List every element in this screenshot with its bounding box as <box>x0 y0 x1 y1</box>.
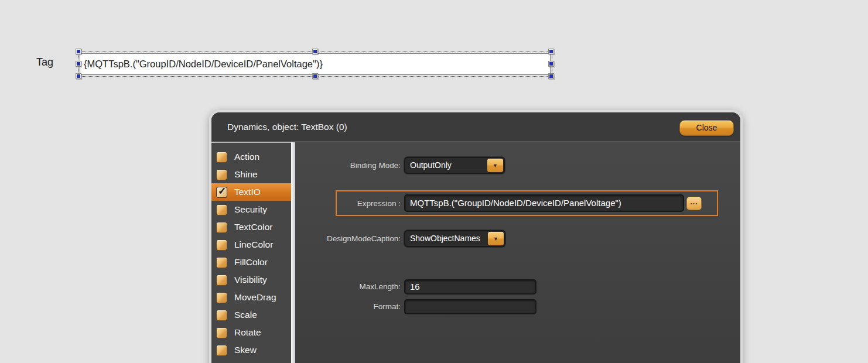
selection-handle-bottom-right[interactable] <box>548 73 554 79</box>
linecolor-checkbox[interactable] <box>216 239 227 251</box>
binding-mode-value: OutputOnly <box>410 158 452 173</box>
selection-handle-top-left[interactable] <box>76 49 81 54</box>
sidebar-item-label: Security <box>234 204 267 215</box>
sidebar-item-fillcolor[interactable]: FillColor <box>211 254 291 271</box>
max-length-input[interactable]: 16 <box>404 279 536 294</box>
sidebar-item-textio[interactable]: ✓ TextIO <box>211 183 291 201</box>
design-mode-caption-value: ShowObjectNames <box>410 231 480 246</box>
sidebar-item-skew[interactable]: Skew <box>211 341 291 359</box>
selection-handle-bottom-left[interactable] <box>76 73 81 79</box>
sidebar-item-label: TextIO <box>234 187 261 197</box>
binding-mode-label: Binding Mode: <box>278 161 401 170</box>
scale-checkbox[interactable] <box>216 310 227 321</box>
sidebar-item-label: Visibility <box>234 275 267 285</box>
sidebar-item-label: Rotate <box>234 327 261 338</box>
sidebar-item-label: Scale <box>234 310 257 320</box>
design-mode-caption-label: DesignModeCaption: <box>278 234 401 243</box>
sidebar-item-label: LineColor <box>234 239 273 250</box>
binding-mode-drop-button[interactable]: ▼ <box>487 159 503 172</box>
chevron-down-icon: ▼ <box>493 236 498 242</box>
rotate-checkbox[interactable] <box>216 327 227 338</box>
format-input[interactable] <box>404 299 536 314</box>
dialog-titlebar[interactable]: Dynamics, object: TextBox (0) Close <box>211 112 740 142</box>
tag-label: Tag <box>36 56 53 69</box>
shine-checkbox[interactable] <box>216 169 227 180</box>
dynamics-dialog: Dynamics, object: TextBox (0) Close Acti… <box>209 110 743 363</box>
max-length-label: MaxLength: <box>278 282 401 291</box>
sidebar-item-label: Shine <box>234 169 258 180</box>
expression-label: Expression : <box>278 199 401 208</box>
action-checkbox[interactable] <box>216 152 227 163</box>
sidebar-scrollbar[interactable] <box>291 142 295 363</box>
selection-handle-bottom-center[interactable] <box>312 73 318 79</box>
check-icon: ✓ <box>218 186 226 197</box>
sidebar-item-textcolor[interactable]: TextColor <box>211 218 291 236</box>
sidebar-item-label: TextColor <box>234 222 272 232</box>
selection-handle-mid-right[interactable] <box>548 61 554 67</box>
selection-handle-top-center[interactable] <box>312 49 318 54</box>
textcolor-checkbox[interactable] <box>216 222 227 233</box>
dynamics-category-list: Action Shine ✓ TextIO Security TextColor… <box>211 142 291 363</box>
expression-browse-button[interactable]: ... <box>686 197 702 210</box>
textio-checkbox[interactable]: ✓ <box>216 187 227 198</box>
skew-checkbox[interactable] <box>216 345 227 356</box>
chevron-down-icon: ▼ <box>493 163 498 169</box>
sidebar-item-rotate[interactable]: Rotate <box>211 324 291 341</box>
visibility-checkbox[interactable] <box>216 275 227 286</box>
sidebar-item-label: Skew <box>234 345 257 355</box>
selection-handle-top-right[interactable] <box>548 49 554 54</box>
format-label: Format: <box>278 302 401 311</box>
dialog-title: Dynamics, object: TextBox (0) <box>227 112 347 142</box>
security-checkbox[interactable] <box>216 204 227 215</box>
tag-textbox-input[interactable]: {MQTTspB.("GroupID/NodeID/DeviceID/Panel… <box>80 53 551 75</box>
sidebar-item-label: MoveDrag <box>234 292 276 303</box>
close-button[interactable]: Close <box>679 120 734 136</box>
sidebar-item-label: FillColor <box>234 257 268 268</box>
sidebar-item-label: Action <box>234 152 259 162</box>
design-mode-caption-dropdown[interactable]: ShowObjectNames ▼ <box>404 230 505 247</box>
fillcolor-checkbox[interactable] <box>216 257 227 268</box>
binding-mode-dropdown[interactable]: OutputOnly ▼ <box>404 157 505 174</box>
design-canvas: Tag {MQTTspB.("GroupID/NodeID/DeviceID/P… <box>0 0 868 363</box>
design-mode-caption-drop-button[interactable]: ▼ <box>488 232 504 245</box>
movedrag-checkbox[interactable] <box>216 292 227 303</box>
expression-input[interactable]: MQTTspB.("GroupID/NodeID/DeviceID/PanelV… <box>404 194 684 212</box>
selection-handle-mid-left[interactable] <box>76 61 81 67</box>
